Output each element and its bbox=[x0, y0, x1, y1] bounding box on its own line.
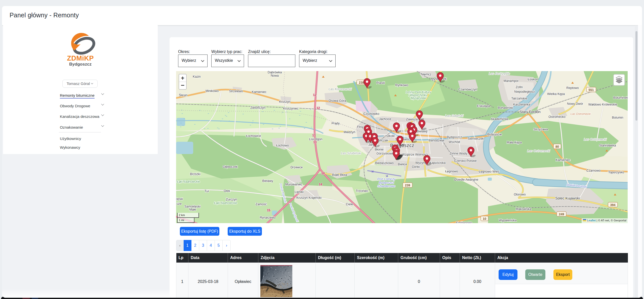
svg-text:Rynarzewo: Rynarzewo bbox=[260, 216, 276, 219]
svg-text:Łoskoń: Łoskoń bbox=[528, 78, 538, 81]
svg-text:Białe Błota: Białe Błota bbox=[332, 173, 347, 177]
svg-text:Bydgoszcz: Bydgoszcz bbox=[447, 135, 462, 139]
svg-text:Otorowo: Otorowo bbox=[514, 193, 526, 196]
svg-text:12: 12 bbox=[316, 106, 320, 110]
svg-text:Stanisławka: Stanisławka bbox=[599, 144, 616, 147]
svg-text:80: 80 bbox=[555, 145, 559, 148]
svg-text:Las Szubiński: Las Szubiński bbox=[341, 151, 361, 155]
svg-text:Wzgórze Wolności: Wzgórze Wolności bbox=[402, 153, 428, 156]
svg-text:Rynkowo: Rynkowo bbox=[395, 83, 408, 87]
svg-text:Łęgnowo: Łęgnowo bbox=[445, 170, 458, 173]
svg-text:249: 249 bbox=[559, 213, 564, 216]
svg-text:Bydgoszcz: Bydgoszcz bbox=[379, 181, 394, 184]
svg-text:Błonie: Błonie bbox=[375, 148, 384, 151]
svg-text:Kruszyniec: Kruszyniec bbox=[283, 107, 298, 110]
svg-text:Łęgnowo Wieś: Łęgnowo Wieś bbox=[479, 170, 499, 173]
svg-text:Mała Kępa: Mała Kępa bbox=[507, 141, 522, 144]
svg-text:Piaski: Piaski bbox=[376, 81, 385, 85]
svg-text:Biedaszkowo: Biedaszkowo bbox=[375, 161, 394, 165]
svg-text:Kruszyn Krajeński: Kruszyn Krajeński bbox=[296, 196, 321, 200]
svg-text:Emilianowo: Emilianowo bbox=[456, 221, 472, 223]
svg-text:Niepodległości: Niepodległości bbox=[514, 90, 535, 93]
svg-text:Nowy Dwór: Nowy Dwór bbox=[567, 102, 583, 106]
svg-text:Osiedle Awaryjne: Osiedle Awaryjne bbox=[454, 178, 478, 181]
svg-text:Bohaterów: Bohaterów bbox=[498, 106, 513, 110]
svg-text:13: 13 bbox=[312, 134, 316, 137]
svg-text:uże: uże bbox=[177, 202, 182, 206]
svg-text:238: 238 bbox=[359, 81, 364, 84]
svg-text:Las Ostromecki: Las Ostromecki bbox=[527, 149, 550, 153]
svg-text:Bielice: Bielice bbox=[398, 163, 407, 166]
svg-text:551: 551 bbox=[589, 88, 594, 92]
svg-text:14: 14 bbox=[321, 172, 325, 175]
svg-text:Kamieniec: Kamieniec bbox=[252, 90, 266, 94]
svg-text:Boluminek: Boluminek bbox=[613, 96, 628, 99]
svg-text:Wschód: Wschód bbox=[449, 140, 460, 144]
svg-text:Czersko Polskie: Czersko Polskie bbox=[454, 159, 477, 163]
svg-text:Kruszyn: Kruszyn bbox=[279, 100, 290, 104]
svg-text:Czyżkówko: Czyżkówko bbox=[363, 112, 379, 116]
svg-text:Strzelewo: Strzelewo bbox=[229, 89, 243, 93]
svg-text:Ciele: Ciele bbox=[346, 203, 353, 206]
svg-text:Kamieniec: Kamieniec bbox=[556, 158, 570, 162]
svg-text:Flisy: Flisy bbox=[357, 125, 364, 129]
svg-text:Głęboczek: Głęboczek bbox=[223, 165, 238, 169]
svg-text:Kazin: Kazin bbox=[193, 75, 200, 78]
svg-text:Ślesin: Ślesin bbox=[179, 93, 187, 97]
svg-text:Czarnówczyn: Czarnówczyn bbox=[458, 88, 477, 91]
svg-text:Osowa Góra: Osowa Góra bbox=[329, 99, 346, 103]
svg-text:394: 394 bbox=[610, 203, 616, 207]
svg-text:Trzciniec: Trzciniec bbox=[356, 189, 368, 193]
svg-text:Szwederowo: Szwederowo bbox=[377, 184, 395, 188]
svg-text:Las Ostromecki: Las Ostromecki bbox=[584, 137, 607, 141]
svg-text:Makowiska: Makowiska bbox=[516, 207, 531, 211]
svg-text:Bolumin: Bolumin bbox=[612, 116, 623, 119]
svg-text:Olek: Olek bbox=[224, 189, 230, 193]
svg-text:Las Koronowski: Las Koronowski bbox=[329, 87, 352, 91]
svg-text:12: 12 bbox=[313, 93, 316, 97]
svg-text:Minikowo: Minikowo bbox=[206, 89, 219, 93]
svg-text:Glinki: Glinki bbox=[412, 165, 420, 169]
svg-text:Brzózki: Brzózki bbox=[190, 172, 200, 176]
svg-text:Tur: Tur bbox=[205, 189, 209, 193]
svg-text:Strzyżawa: Strzyżawa bbox=[533, 128, 548, 131]
svg-text:Lipniki: Lipniki bbox=[295, 190, 303, 194]
svg-text:Zimne Wody: Zimne Wody bbox=[450, 152, 467, 155]
svg-text:Eskulapa: Eskulapa bbox=[477, 104, 490, 108]
svg-text:Drzewce: Drzewce bbox=[291, 166, 303, 169]
svg-text:Murowaniec: Murowaniec bbox=[285, 183, 302, 186]
svg-text:Zielonczyn: Zielonczyn bbox=[250, 106, 265, 110]
svg-text:Łąki Nadnoteckie: Łąki Nadnoteckie bbox=[214, 201, 237, 205]
svg-text:10: 10 bbox=[483, 217, 486, 221]
svg-text:Ostromecko: Ostromecko bbox=[548, 115, 565, 119]
svg-text:Żurczyn: Żurczyn bbox=[226, 198, 237, 201]
svg-text:Łąki Nadnoteckie: Łąki Nadnoteckie bbox=[177, 180, 200, 183]
svg-text:14: 14 bbox=[319, 183, 322, 186]
svg-text:Las Ostromecki: Las Ostromecki bbox=[571, 112, 591, 115]
svg-text:Port Lotniczy: Port Lotniczy bbox=[377, 177, 396, 181]
svg-text:Zofin: Zofin bbox=[516, 85, 523, 89]
svg-text:Zamość: Zamość bbox=[256, 203, 267, 206]
svg-text:Niemcz: Niemcz bbox=[421, 73, 431, 76]
svg-text:Prądy: Prądy bbox=[332, 122, 340, 125]
svg-text:Mariampol: Mariampol bbox=[504, 79, 518, 83]
svg-text:Akademickie: Akademickie bbox=[491, 117, 509, 121]
svg-text:Bartodzieje: Bartodzieje bbox=[429, 139, 445, 142]
svg-text:Łochowo: Łochowo bbox=[276, 144, 289, 147]
svg-text:Bielawy: Bielawy bbox=[262, 179, 273, 183]
svg-text:Brdyujście: Brdyujście bbox=[487, 133, 502, 136]
svg-text:Siernieczek: Siernieczek bbox=[468, 137, 484, 140]
svg-text:Solec Kujawski: Solec Kujawski bbox=[555, 196, 580, 200]
svg-text:Wielka Kępa: Wielka Kępa bbox=[547, 92, 565, 96]
svg-text:Tatrzańskie: Tatrzańskie bbox=[511, 97, 527, 100]
svg-text:Zawisza: Zawisza bbox=[406, 118, 418, 121]
svg-text:"Myślęcinek": "Myślęcinek" bbox=[410, 96, 427, 100]
svg-text:Jachcice: Jachcice bbox=[379, 117, 391, 121]
svg-text:Łochowice: Łochowice bbox=[246, 134, 261, 138]
svg-text:Małe: Małe bbox=[189, 208, 196, 211]
svg-text:oklęski: oklęski bbox=[176, 197, 183, 201]
svg-text:Górzyskowo: Górzyskowo bbox=[377, 152, 394, 155]
svg-text:Kasztelanka: Kasztelanka bbox=[513, 103, 530, 106]
svg-text:Czarnowo: Czarnowo bbox=[586, 169, 600, 172]
svg-text:Wałdowo Królewskie: Wałdowo Królewskie bbox=[588, 103, 617, 106]
